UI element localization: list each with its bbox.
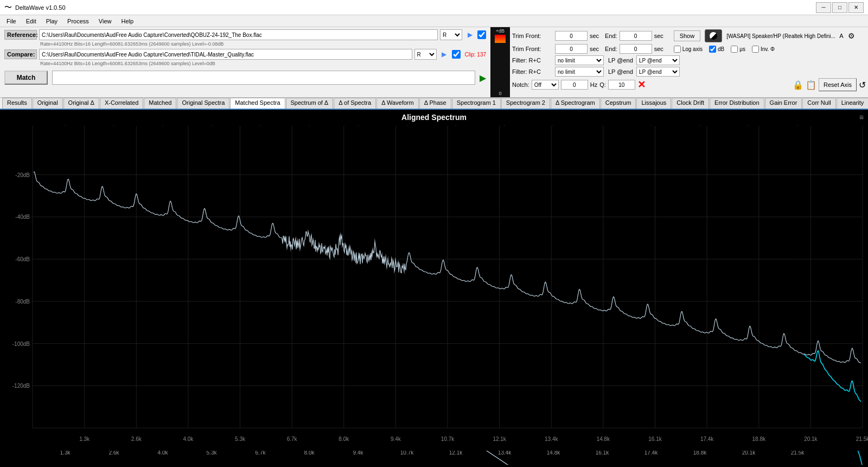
tab-lissajous[interactable]: Lissajous [636, 98, 671, 109]
filter1-label: Filter: R+C [512, 57, 553, 64]
inv-phi-check-item: Inv. Φ [752, 46, 775, 53]
filter2-label: Filter: R+C [512, 68, 553, 75]
refresh-icon[interactable]: ↺ [859, 80, 866, 90]
db-bar [495, 35, 506, 90]
tab-results[interactable]: Results [2, 98, 32, 109]
tab-corr-null[interactable]: Corr Null [802, 98, 835, 109]
db-bottom: 0 [499, 91, 501, 96]
reference-checkbox[interactable] [477, 30, 486, 39]
tab-original[interactable]: Original [33, 98, 63, 109]
filter-row-2: Filter: R+C no limit LP @end LP @end [512, 67, 866, 77]
reference-channel-select[interactable]: RLL+R [440, 29, 462, 40]
filter2-lp-label: LP @end [608, 68, 633, 75]
tab-spectrogram1[interactable]: Spectrogram 1 [452, 98, 501, 109]
notch-hz-input[interactable] [561, 80, 588, 90]
notch-label: Notch: [512, 81, 529, 88]
notch-q-input[interactable] [608, 80, 635, 90]
db-check-item: dB [709, 46, 724, 53]
log-axis-check-item: Log axis [674, 46, 703, 53]
controls-left: Reference: RLL+R ▶ Rate=44100Hz Bits=16 … [0, 27, 490, 97]
main-content: Reference: RLL+R ▶ Rate=44100Hz Bits=16 … [0, 27, 868, 467]
spectrum-container: Aligned Spectrum ≡ [0, 110, 868, 467]
tab-delta-waveform[interactable]: Δ Waveform [376, 98, 419, 109]
tab-delta-spectrogram[interactable]: Δ Spectrogram [551, 98, 600, 109]
menu-help[interactable]: Help [117, 17, 138, 26]
menu-bar: File Edit Play Process View Help [0, 15, 868, 27]
tab-linearity[interactable]: Linearity [837, 98, 868, 109]
tab-spectrogram2[interactable]: Spectrogram 2 [501, 98, 550, 109]
trim-front-input-2[interactable] [555, 44, 588, 54]
mu-checkbox[interactable] [731, 46, 738, 53]
trim-front-row: Trim Front: sec End: sec Show [WASAPI] S… [512, 29, 866, 42]
filter1-limit-select[interactable]: no limit [555, 55, 604, 65]
trim-end-label-1: End: [605, 33, 617, 39]
spectrum-canvas [0, 126, 868, 451]
reference-play-button[interactable]: ▶ [464, 29, 475, 40]
tab-error-distribution[interactable]: Error Distribution [710, 98, 764, 109]
trim-end-sec-2: sec [654, 46, 667, 52]
copy-icon[interactable]: 📋 [806, 80, 816, 90]
reset-axis-button[interactable]: Reset Axis [819, 78, 857, 91]
match-button[interactable]: Match [4, 71, 48, 85]
tab-original-delta[interactable]: Original Δ [63, 98, 99, 109]
compare-path-input[interactable] [39, 49, 412, 60]
tab-spectrum-delta[interactable]: Spectrum of Δ [286, 98, 334, 109]
notch-hz-unit: Hz [590, 81, 597, 88]
db-meter: +dB 0 [490, 27, 510, 97]
inv-phi-checkbox[interactable] [752, 46, 759, 53]
trim-end-label-2: End: [605, 46, 617, 52]
compare-checkbox[interactable] [452, 50, 461, 59]
tab-delta-spectra[interactable]: Δ of Spectra [334, 98, 376, 109]
db-checkbox[interactable] [709, 46, 716, 53]
trim-front-label-2: Trim Front: [512, 46, 553, 52]
maximize-button[interactable]: □ [832, 2, 847, 13]
chart-settings-icon[interactable]: ≡ [859, 113, 864, 122]
compare-channel-select[interactable]: RLL+R [414, 49, 437, 60]
trim-end-input-1[interactable] [620, 31, 652, 41]
minimize-button[interactable]: ─ [816, 2, 831, 13]
tab-matched-spectra[interactable]: Matched Spectra [230, 98, 285, 110]
db-check-label: dB [718, 46, 724, 52]
notch-clear-button[interactable]: ✕ [637, 79, 646, 91]
tab-gain-error[interactable]: Gain Error [765, 98, 802, 109]
trim-end-input-2[interactable] [620, 44, 652, 54]
menu-view[interactable]: View [94, 17, 116, 26]
tab-original-spectra[interactable]: Original Spectra [177, 98, 229, 109]
app-title: DeltaWave v1.0.50 [15, 4, 66, 11]
filter2-limit-select[interactable]: no limit [555, 67, 604, 77]
trim-end-sec-1: sec [654, 33, 667, 39]
notch-select[interactable]: Off [532, 80, 559, 90]
tab-x-correlated[interactable]: X-Correlated [100, 98, 143, 109]
filter1-lp-select[interactable]: LP @end [636, 55, 680, 65]
show-button[interactable]: Show [674, 30, 701, 41]
compare-subtext: Rate=44100Hz Bits=16 Length=60081.632653… [40, 61, 486, 66]
tab-cepstrum[interactable]: Cepstrum [601, 98, 636, 109]
match-progress-bar [52, 71, 475, 85]
compare-play-button[interactable]: ▶ [439, 49, 450, 60]
theme-toggle-button[interactable] [705, 29, 722, 42]
title-bar-controls: ─ □ ✕ [816, 2, 864, 13]
match-row: Match ▶ [4, 68, 486, 87]
log-axis-checkbox[interactable] [674, 46, 681, 53]
menu-play[interactable]: Play [42, 17, 62, 26]
reference-subtext: Rate=44100Hz Bits=16 Length=60081.632653… [40, 41, 486, 47]
menu-process[interactable]: Process [63, 17, 93, 26]
title-bar-left: 〜 DeltaWave v1.0.50 [4, 3, 66, 12]
chart-title: Aligned Spectrum [0, 110, 868, 125]
filter-row-1: Filter: R+C no limit LP @end LP @end [512, 55, 866, 65]
menu-file[interactable]: File [2, 17, 21, 26]
tab-matched[interactable]: Matched [144, 98, 176, 109]
log-axis-label: Log axis [682, 46, 703, 52]
play-match-button[interactable]: ▶ [480, 73, 486, 83]
menu-edit[interactable]: Edit [22, 17, 41, 26]
app-icon: 〜 [4, 3, 12, 12]
reference-path-input[interactable] [39, 29, 438, 40]
trim-front-input-1[interactable] [555, 31, 588, 41]
filter2-lp-select[interactable]: LP @end [636, 67, 680, 77]
lock-icon[interactable]: 🔒 [793, 80, 803, 90]
settings-icon[interactable]: ⚙ [848, 31, 855, 40]
tab-delta-phase[interactable]: Δ Phase [419, 98, 451, 109]
close-button[interactable]: ✕ [848, 2, 864, 13]
output-device-label: [WASAPI] Speaker/HP (Realtek High Defini… [726, 33, 835, 39]
tab-clock-drift[interactable]: Clock Drift [672, 98, 709, 109]
